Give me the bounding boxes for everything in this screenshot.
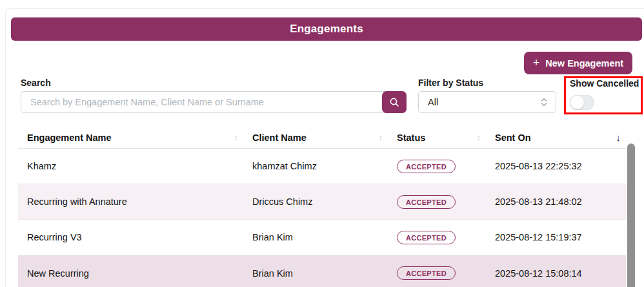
table-row[interactable]: Recurring V3 Brian Kim ACCEPTED 2025-08-… [18,220,626,255]
column-label: Status [397,133,425,143]
table-header-row: Engagement Name ↕ Client Name ↕ Status ↕… [18,127,626,149]
cell-status: ACCEPTED [388,231,486,244]
cell-client-name: khamzat Chimz [243,161,388,171]
table-row[interactable]: Khamz khamzat Chimz ACCEPTED 2025-08-13 … [18,149,626,184]
toggle-knob [570,96,584,109]
cell-client-name: Brian Kim [243,268,388,279]
search-button[interactable] [382,91,407,113]
status-filter-value: All [428,97,438,107]
new-engagement-button[interactable]: + New Engagement [524,52,632,74]
column-label: Engagement Name [27,133,112,143]
cell-engagement-name: New Recurring [18,268,243,279]
cell-engagement-name: Recurring V3 [18,232,243,242]
column-header-sent-on[interactable]: Sent On ↓ [486,127,626,148]
status-badge: ACCEPTED [397,195,456,209]
vertical-scrollbar-thumb[interactable] [627,144,635,287]
cell-sent-on: 2025-08-12 15:19:37 [486,232,626,242]
page-header-bar: Engagements [11,17,642,41]
show-cancelled-label: Show Cancelled [570,78,639,89]
sort-updown-icon: ↕ [477,133,481,142]
status-filter-label: Filter by Status [418,78,483,88]
show-cancelled-toggle[interactable] [570,95,594,110]
column-header-engagement-name[interactable]: Engagement Name ↕ [18,127,243,148]
cell-client-name: Brian Kim [243,232,388,242]
cell-sent-on: 2025-08-12 15:08:14 [486,268,626,279]
sort-updown-icon: ↕ [379,133,383,142]
sort-updown-icon: ↕ [234,133,239,142]
status-filter-select[interactable]: All [418,91,556,113]
engagements-table: Engagement Name ↕ Client Name ↕ Status ↕… [18,127,626,287]
engagements-page: Engagements + New Engagement Search Filt… [0,0,644,287]
search-input[interactable] [21,91,407,113]
cell-status: ACCEPTED [388,266,486,280]
cell-engagement-name: Recurring with Annature [18,197,243,207]
table-row[interactable]: New Recurring Brian Kim ACCEPTED 2025-08… [18,255,626,287]
page-title: Engagements [290,23,363,36]
cell-sent-on: 2025-08-13 21:48:02 [486,197,626,207]
table-row[interactable]: Recurring with Annature Driccus Chimz AC… [18,184,626,220]
new-engagement-label: New Engagement [545,58,623,69]
search-label: Search [21,78,51,88]
status-badge: ACCEPTED [397,266,456,280]
sort-descending-icon: ↓ [616,132,621,143]
table-body: Khamz khamzat Chimz ACCEPTED 2025-08-13 … [18,149,626,287]
column-header-client-name[interactable]: Client Name ↕ [243,127,388,148]
cell-sent-on: 2025-08-13 22:25:32 [486,161,626,171]
column-label: Sent On [495,133,531,143]
status-badge: ACCEPTED [397,160,456,173]
column-header-status[interactable]: Status ↕ [388,127,486,148]
cell-engagement-name: Khamz [18,161,243,171]
plus-icon: + [533,57,540,69]
search-field-group [21,91,407,113]
status-badge: ACCEPTED [397,231,456,244]
cell-status: ACCEPTED [388,160,486,173]
column-label: Client Name [252,133,307,143]
cell-status: ACCEPTED [388,195,486,209]
search-icon [389,97,399,107]
chevron-up-down-icon [540,97,548,107]
cell-client-name: Driccus Chimz [243,197,388,207]
